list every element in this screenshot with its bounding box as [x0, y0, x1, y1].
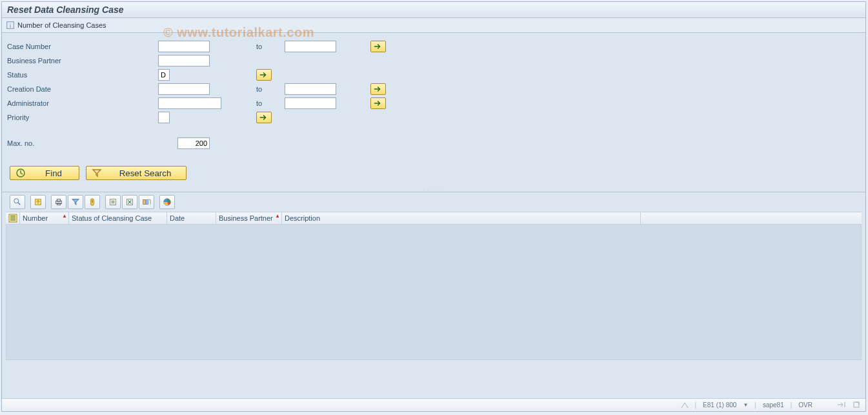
col-description[interactable]: Description	[282, 212, 641, 224]
reset-filter-icon	[92, 168, 102, 178]
svg-rect-17	[10, 218, 15, 219]
creation-date-from[interactable]	[158, 83, 210, 95]
find-button-label: Find	[34, 168, 74, 178]
page-title: Reset Data Cleansing Case	[2, 2, 865, 18]
creation-date-label: Creation Date	[6, 85, 156, 93]
message-area-icon[interactable]	[681, 401, 689, 410]
creation-date-to-label: to	[256, 85, 282, 93]
clock-icon	[15, 168, 26, 178]
print-btn[interactable]	[51, 195, 66, 209]
find-button[interactable]: Find	[10, 166, 79, 180]
export-btn[interactable]	[105, 195, 121, 209]
status-server: sape81	[763, 401, 784, 409]
svg-point-3	[14, 199, 19, 203]
find-alv-btn[interactable]	[85, 195, 100, 209]
priority-multiple-btn[interactable]	[256, 112, 272, 123]
alv-grid-body	[6, 225, 862, 360]
status-field[interactable]	[158, 69, 170, 81]
status-mode: OVR	[798, 401, 812, 409]
alv-toolbar	[2, 192, 865, 210]
col-date-label: Date	[170, 214, 185, 222]
case-number-to[interactable]	[285, 41, 336, 52]
administrator-label: Administrator	[6, 99, 156, 107]
app-toolbar: i Number of Cleansing Cases	[2, 18, 865, 33]
status-system: E81 (1) 800	[703, 401, 736, 409]
administrator-to-label: to	[256, 99, 282, 107]
col-business-partner[interactable]: Business Partner ▲	[216, 212, 282, 224]
filter-btn[interactable]	[68, 195, 83, 209]
toolbar-cases-count-label: Number of Cleansing Cases	[17, 21, 106, 29]
graphics-btn[interactable]	[159, 195, 175, 209]
administrator-multiple-btn[interactable]	[370, 97, 386, 109]
svg-rect-9	[92, 200, 93, 203]
col-bp-label: Business Partner	[219, 214, 273, 222]
dropdown-icon[interactable]: ▼	[743, 402, 748, 408]
col-number-label: Number	[23, 214, 48, 222]
reset-search-button[interactable]: Reset Search	[86, 166, 187, 180]
col-desc-label: Description	[285, 214, 320, 222]
creation-date-multiple-btn[interactable]	[370, 83, 386, 95]
sort-indicator-icon: ▲	[62, 213, 67, 219]
col-date[interactable]: Date	[167, 212, 216, 224]
svg-text:i: i	[10, 23, 11, 29]
col-number[interactable]: Number ▲	[20, 212, 69, 224]
details-btn[interactable]	[10, 195, 25, 209]
status-bar: | E81 (1) 800 ▼ | sape81 | OVR	[2, 398, 865, 411]
svg-rect-13	[146, 200, 148, 205]
select-all-btn[interactable]	[6, 212, 20, 224]
selection-form: Case Number to Business Partner Status	[2, 33, 865, 188]
administrator-to[interactable]	[285, 97, 336, 109]
reset-search-label: Reset Search	[110, 168, 181, 178]
case-number-label: Case Number	[6, 43, 156, 50]
case-number-from[interactable]	[158, 41, 210, 52]
sort-asc-btn[interactable]	[30, 195, 46, 209]
business-partner-label: Business Partner	[6, 57, 156, 65]
administrator-from[interactable]	[158, 97, 221, 109]
svg-rect-12	[143, 200, 146, 205]
excel-btn[interactable]	[122, 195, 137, 209]
case-number-to-label: to	[256, 43, 282, 50]
status-label: Status	[6, 71, 156, 79]
layout-direction-icon[interactable]	[837, 401, 846, 409]
creation-date-to[interactable]	[285, 83, 336, 95]
svg-rect-18	[10, 219, 15, 221]
layout-btn[interactable]	[139, 195, 154, 209]
max-no-label: Max. no.	[6, 139, 175, 147]
interaction-log-icon[interactable]	[853, 401, 860, 410]
col-status[interactable]: Status of Cleansing Case	[69, 212, 167, 224]
svg-rect-16	[10, 216, 15, 217]
status-multiple-btn[interactable]	[256, 69, 272, 81]
case-number-multiple-btn[interactable]	[370, 41, 386, 52]
priority-field[interactable]	[158, 112, 170, 123]
sort-indicator-icon: ▲	[275, 213, 280, 219]
col-status-label: Status of Cleansing Case	[72, 214, 152, 222]
alv-column-header: Number ▲ Status of Cleansing Case Date B…	[6, 212, 862, 225]
business-partner-field[interactable]	[158, 55, 210, 66]
priority-label: Priority	[6, 114, 156, 121]
info-icon[interactable]: i	[6, 21, 15, 30]
max-no-field[interactable]	[177, 137, 210, 149]
